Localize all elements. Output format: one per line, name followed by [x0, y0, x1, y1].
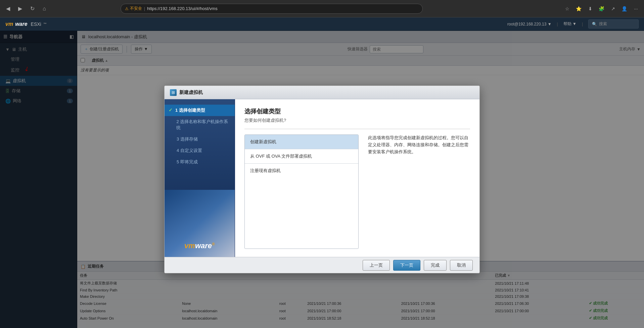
step-3-label: 3 选择存储	[177, 136, 198, 142]
modal-header: ⊞ 新建虚拟机	[165, 86, 479, 99]
wizard-content-title: 选择创建类型	[244, 107, 470, 115]
vmware-header: vmware ESXi ™ root@192.168.220.13 ▼ | 帮助…	[0, 17, 644, 31]
option-description: 此选项将指导您完成创建新虚拟机的过程。您可以自定义处理器、内存、网络连接和存储。…	[368, 134, 470, 155]
logo-ware: ware	[15, 21, 27, 27]
wizard-logo: vmware®	[165, 241, 235, 250]
brand-ware: ware	[195, 241, 212, 250]
wizard-brand: vmware®	[165, 241, 235, 250]
wizard-step-4[interactable]: 4 自定义设置	[165, 145, 235, 156]
browser-action-buttons: ☆ ⭐ ⬇ 🧩 ↗ 👤 ···	[563, 4, 641, 13]
download-icon[interactable]: ⬇	[586, 4, 595, 13]
modal-title-icon: ⊞	[170, 89, 177, 96]
logo-tm: ™	[43, 22, 47, 26]
brand-vm: vm	[184, 241, 195, 250]
wizard-content: 选择创建类型 您要如何创建虚拟机? 创建新虚拟机 从 OVF 或 OVA 文件部…	[235, 99, 479, 257]
more-icon[interactable]: ···	[631, 4, 641, 13]
share-icon[interactable]: ↗	[608, 4, 618, 13]
wizard-subtitle: 您要如何创建虚拟机?	[244, 117, 470, 123]
profile-icon[interactable]: 👤	[620, 4, 629, 13]
security-warning: ⚠ 不安全	[125, 6, 142, 11]
step-1-label: 1 选择创建类型	[175, 107, 205, 113]
cancel-btn[interactable]: 取消	[450, 260, 473, 271]
step-5-label: 5 即将完成	[177, 159, 198, 165]
browser-chrome: ◀ ▶ ↻ ⌂ ⚠ 不安全 | https://192.168.220.13/u…	[0, 0, 644, 17]
logo-esxi: ESXi	[31, 21, 41, 27]
step-check-icon: ✓	[169, 107, 173, 113]
option-register[interactable]: 注册现有虚拟机	[245, 164, 358, 178]
wizard-step-3[interactable]: 3 选择存储	[165, 133, 235, 145]
option-from-ovf[interactable]: 从 OVF 或 OVA 文件部署虚拟机	[245, 149, 358, 164]
url-text: https://192.168.220.13/ui/#/host/vms	[147, 6, 218, 11]
step-list: ✓ 1 选择创建类型 2 选择名称和客户机操作系统 3 选择存储 4 自定义设置	[165, 99, 235, 173]
favorites-icon[interactable]: ⭐	[574, 4, 584, 13]
option-from-ovf-label: 从 OVF 或 OVA 文件部署虚拟机	[250, 154, 312, 159]
address-bar[interactable]: ⚠ 不安全 | https://192.168.220.13/ui/#/host…	[121, 4, 423, 14]
header-right: root@192.168.220.13 ▼ | 帮助 ▼ | 🔍 搜索	[507, 19, 639, 29]
option-desc-panel: 此选项将指导您完成创建新虚拟机的过程。您可以自定义处理器、内存、网络连接和存储。…	[359, 134, 470, 249]
wizard-options-area: 创建新虚拟机 从 OVF 或 OVA 文件部署虚拟机 注册现有虚拟机 此选项将指…	[244, 134, 470, 249]
new-vm-modal: ⊞ 新建虚拟机 ✓ 1 选择创建类型 2 选择名称和客户机操作系统	[164, 86, 480, 273]
modal-title: 新建虚拟机	[179, 90, 203, 96]
header-user[interactable]: root@192.168.220.13 ▼	[507, 22, 551, 26]
option-create-new-label: 创建新虚拟机	[250, 139, 276, 144]
prev-page-btn[interactable]: 上一页	[363, 260, 390, 271]
step-2-label: 2 选择名称和客户机操作系统	[176, 119, 231, 131]
modal-body: ✓ 1 选择创建类型 2 选择名称和客户机操作系统 3 选择存储 4 自定义设置	[165, 99, 479, 257]
warning-icon: ⚠	[125, 6, 129, 11]
finish-btn[interactable]: 完成	[424, 260, 447, 271]
step-4-label: 4 自定义设置	[177, 148, 202, 154]
help-menu[interactable]: 帮助 ▼	[563, 21, 577, 27]
wizard-step-2[interactable]: 2 选择名称和客户机操作系统	[165, 116, 235, 133]
refresh-button[interactable]: ↻	[28, 4, 37, 13]
home-button[interactable]: ⌂	[40, 4, 49, 13]
wizard-steps-panel: ✓ 1 选择创建类型 2 选择名称和客户机操作系统 3 选择存储 4 自定义设置	[165, 99, 235, 257]
bookmark-icon[interactable]: ☆	[563, 4, 572, 13]
wizard-step-1[interactable]: ✓ 1 选择创建类型	[165, 105, 235, 116]
modal-footer: 上一页 下一页 完成 取消	[165, 257, 479, 273]
forward-button[interactable]: ▶	[15, 4, 25, 13]
modal-overlay: ⊞ 新建虚拟机 ✓ 1 选择创建类型 2 选择名称和客户机操作系统	[0, 31, 644, 328]
vmware-logo: vmware ESXi ™	[5, 21, 47, 27]
extension-icon[interactable]: 🧩	[597, 4, 606, 13]
creation-options-list: 创建新虚拟机 从 OVF 或 OVA 文件部署虚拟机 注册现有虚拟机	[244, 134, 359, 249]
brand-r: ®	[212, 242, 215, 247]
next-page-btn[interactable]: 下一页	[393, 260, 420, 271]
option-create-new[interactable]: 创建新虚拟机	[245, 135, 358, 149]
wizard-step-5[interactable]: 5 即将完成	[165, 156, 235, 168]
back-button[interactable]: ◀	[3, 4, 13, 13]
wizard-divider	[244, 129, 470, 129]
logo-vm: vm	[5, 21, 13, 27]
search-icon: 🔍	[592, 22, 597, 26]
header-search[interactable]: 🔍 搜索	[588, 19, 639, 29]
option-register-label: 注册现有虚拟机	[250, 168, 281, 173]
